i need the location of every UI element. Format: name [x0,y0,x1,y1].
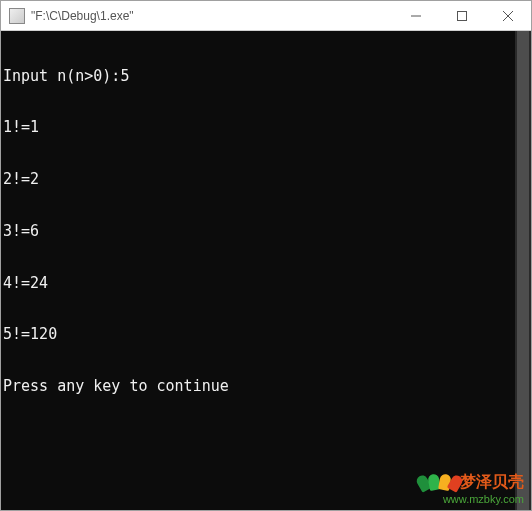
scrollbar-thumb[interactable] [517,31,529,510]
minimize-button[interactable] [393,1,439,30]
close-button[interactable] [485,1,531,30]
window-title: "F:\C\Debug\1.exe" [31,9,393,23]
app-icon [9,8,25,24]
close-icon [503,11,513,21]
titlebar[interactable]: "F:\C\Debug\1.exe" [1,1,531,31]
console-window: "F:\C\Debug\1.exe" Input n(n>0):5 1!=1 2… [0,0,532,511]
maximize-icon [457,11,467,21]
minimize-icon [411,11,421,21]
user-input: 5 [120,67,129,85]
console-output-line: 3!=6 [3,223,529,240]
console-output-line: Press any key to continue [3,378,529,395]
svg-rect-1 [458,11,467,20]
maximize-button[interactable] [439,1,485,30]
console-area[interactable]: Input n(n>0):5 1!=1 2!=2 3!=6 4!=24 5!=1… [1,31,531,510]
vertical-scrollbar[interactable] [515,31,531,510]
console-output-line: 1!=1 [3,119,529,136]
console-output-line: 2!=2 [3,171,529,188]
console-output-line: 4!=24 [3,275,529,292]
window-controls [393,1,531,30]
prompt-text: Input n(n>0): [3,67,120,85]
console-prompt-line: Input n(n>0):5 [3,68,529,85]
console-output-line: 5!=120 [3,326,529,343]
